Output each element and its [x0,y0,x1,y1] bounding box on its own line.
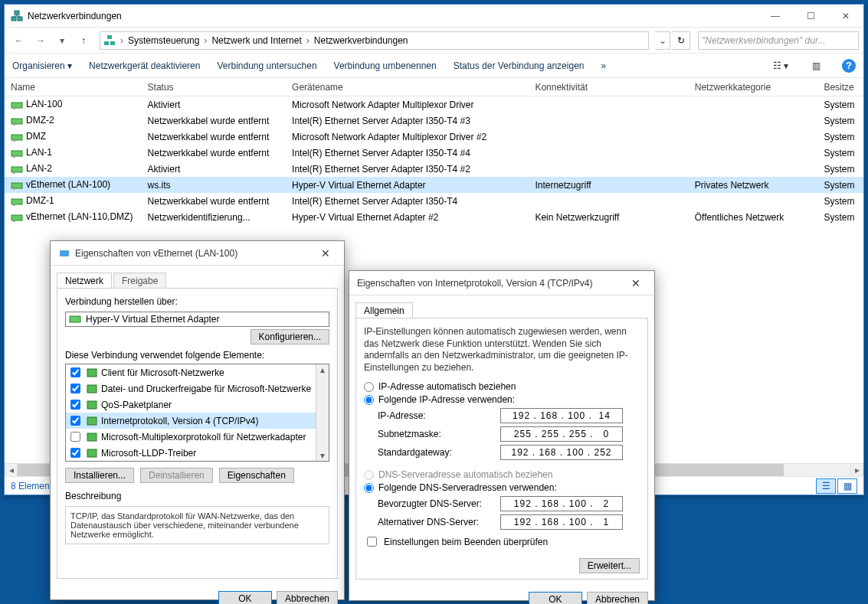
uninstall-button: Deinstallieren [140,468,213,483]
nic-icon [69,313,81,325]
connection-row[interactable]: DMZ-1Netzwerkkabel wurde entferntIntel(R… [5,193,863,209]
maximize-button[interactable]: ☐ [793,5,828,28]
svg-rect-17 [13,188,15,190]
protocol-item[interactable]: QoS-Paketplaner [66,397,329,413]
help-button[interactable]: ? [842,59,856,73]
dns2-input[interactable] [500,514,623,530]
status-button[interactable]: Status der Verbindung anzeigen [454,60,585,71]
column-name[interactable]: Name [5,82,142,93]
tab-network[interactable]: Netzwerk [57,273,112,289]
dns2-label: Alternativer DNS-Server: [378,517,500,527]
chevron-right-icon[interactable]: › [202,35,208,46]
chevron-right-icon[interactable]: › [305,35,311,46]
preview-pane-button[interactable]: ▥ [807,57,825,75]
recent-dropdown[interactable]: ▾ [52,31,72,51]
protocol-item[interactable]: Internetprotokoll, Version 6 (TCP/IPv6) [66,461,329,462]
adapter-properties-dialog: Eigenschaften von vEthernet (LAN-100) ✕ … [50,240,345,600]
details-view-button[interactable]: ☰ [816,478,836,494]
column-owner[interactable]: Besitze [817,82,863,93]
connection-row[interactable]: vEthernet (LAN-100)ws.itsHyper-V Virtual… [5,177,863,193]
view-options-button[interactable]: ☷ ▾ [771,57,790,75]
scroll-right-icon[interactable]: ▸ [850,464,863,476]
tab-general[interactable]: Allgemein [355,302,413,318]
close-button[interactable]: ✕ [625,277,647,289]
column-konn[interactable]: Konnektivität [529,82,688,93]
cancel-button[interactable]: Abbrechen [587,592,648,604]
protocol-list[interactable]: ▴▾ Client für Microsoft-NetzwerkeDatei- … [65,364,329,462]
tab-content: Verbindung herstellen über: Hyper-V Virt… [57,288,338,579]
protocol-checkbox[interactable] [70,448,80,458]
mask-input[interactable] [500,426,623,442]
gateway-input[interactable] [500,445,623,460]
address-dropdown[interactable]: ⌄ [655,31,670,50]
organize-menu[interactable]: Organisieren ▾ [12,60,72,71]
search-input[interactable]: "Netzwerkverbindungen" dur... [698,31,859,50]
connection-row[interactable]: LAN-100AktiviertMicrosoft Network Adapte… [5,96,863,113]
ip-input[interactable] [500,408,623,423]
connection-row[interactable]: LAN-1Netzwerkkabel wurde entferntIntel(R… [5,145,863,161]
protocol-checkbox[interactable] [70,367,80,377]
protocol-checkbox[interactable] [70,400,80,410]
protocol-item[interactable]: Datei- und Druckerfreigabe für Microsoft… [66,380,329,397]
row-owner: System [817,164,863,175]
breadcrumb[interactable]: Netzwerkverbindungen [314,35,408,46]
connection-row[interactable]: LAN-2AktiviertIntel(R) Ethernet Server A… [5,161,863,177]
ip-manual-radio[interactable]: Folgende IP-Adresse verwenden: [364,394,640,405]
close-button[interactable]: ✕ [315,247,336,260]
network-icon [11,10,23,22]
column-status[interactable]: Status [142,82,286,93]
refresh-button[interactable]: ↻ [672,31,690,50]
protocol-checkbox[interactable] [70,416,80,426]
connection-row[interactable]: vEthernet (LAN-110,DMZ)Netzwerkidentifiz… [5,209,863,225]
breadcrumb[interactable]: Systemsteuerung [128,35,199,46]
configure-button[interactable]: Konfigurieren... [251,329,329,344]
tiles-view-button[interactable]: ▦ [837,478,857,494]
connection-row[interactable]: DMZNetzwerkkabel wurde entferntMicrosoft… [5,129,863,145]
ip-auto-radio[interactable]: IP-Adresse automatisch beziehen [364,381,640,392]
protocol-checkbox[interactable] [70,384,80,393]
protocol-item[interactable]: Internetprotokoll, Version 4 (TCP/IPv4) [66,413,329,429]
close-button[interactable]: ✕ [828,5,863,28]
advanced-button[interactable]: Erweitert... [579,558,640,573]
svg-rect-1 [18,17,22,21]
explanation-text: IP-Einstellungen können automatisch zuge… [364,326,640,374]
protocol-item[interactable]: Client für Microsoft-Netzwerke [66,364,329,380]
svg-rect-15 [13,172,15,174]
list-scrollbar[interactable]: ▴▾ [316,364,329,461]
tab-sharing[interactable]: Freigabe [113,273,166,289]
dns-manual-radio[interactable]: Folgende DNS-Serveradressen verwenden: [364,482,640,493]
connection-row[interactable]: DMZ-2Netzwerkkabel wurde entferntIntel(R… [5,113,863,129]
column-device[interactable]: Gerätename [286,82,529,93]
properties-button[interactable]: Eigenschaften [219,468,294,483]
scroll-left-icon[interactable]: ◂ [5,464,18,476]
address-bar[interactable]: › Systemsteuerung › Netzwerk und Interne… [100,31,649,50]
protocol-label: Datei- und Druckerfreigabe für Microsoft… [101,384,311,394]
svg-rect-12 [11,151,22,156]
adapter-field: Hyper-V Virtual Ethernet Adapter [65,312,329,327]
protocol-icon [86,399,98,411]
back-button[interactable]: ← [9,31,29,51]
protocol-checkbox[interactable] [70,432,80,442]
disable-device-button[interactable]: Netzwerkgerät deaktivieren [89,60,200,71]
ok-button[interactable]: OK [529,592,582,604]
column-kat[interactable]: Netzwerkkategorie [689,82,818,93]
protocol-item[interactable]: Microsoft-Multiplexorprotokoll für Netzw… [66,429,329,445]
validate-checkbox[interactable]: Einstellungen beim Beenden überprüfen [364,534,640,549]
rename-button[interactable]: Verbindung umbenennen [334,60,437,71]
row-name: DMZ-1 [5,195,142,207]
breadcrumb[interactable]: Netzwerk und Internet [211,35,301,46]
cancel-button[interactable]: Abbrechen [277,591,338,604]
minimize-button[interactable]: — [758,5,793,28]
protocol-item[interactable]: Microsoft-LLDP-Treiber [66,445,329,461]
svg-rect-16 [11,183,22,188]
diagnose-button[interactable]: Verbindung untersuchen [217,60,316,71]
svg-rect-14 [11,167,22,172]
ok-button[interactable]: OK [218,591,272,604]
chevron-right-icon[interactable]: › [119,35,125,46]
dns1-input[interactable] [500,496,623,511]
up-button[interactable]: ↑ [74,31,93,51]
install-button[interactable]: Installieren... [65,468,134,483]
more-commands[interactable]: » [601,60,606,71]
svg-rect-8 [11,119,22,124]
navigation-bar: ← → ▾ ↑ › Systemsteuerung › Netzwerk und… [5,28,863,54]
